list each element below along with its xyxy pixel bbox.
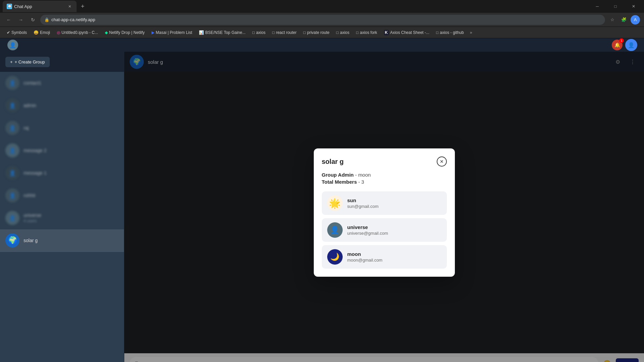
chat-item[interactable]: 👤 universe 4 users <box>0 207 124 229</box>
bookmark-masai[interactable]: ▶ Masai | Problem List <box>149 29 195 36</box>
group-admin-line: Group Admin - moon <box>322 172 447 178</box>
forward-button[interactable]: → <box>16 15 26 25</box>
notification-icon[interactable]: 🔔 1 <box>612 40 622 50</box>
chat-name: contact1 <box>24 80 119 86</box>
avatar: 👤 <box>5 98 19 112</box>
bookmark-symbols[interactable]: ✔ Symbols <box>4 29 30 36</box>
tab-bar: 💬 Chat App ✕ + ─ □ ✕ <box>0 0 644 13</box>
notification-badge: 1 <box>619 38 624 43</box>
app-topbar: 👤 🔔 1 👤 <box>0 38 644 52</box>
member-info: sun sun@gmail.com <box>347 197 441 209</box>
chat-item[interactable]: 👤 contact1 <box>0 72 124 94</box>
topbar-right: 🔔 1 👤 <box>612 39 637 51</box>
bookmark-axios1[interactable]: □ axios <box>250 29 268 36</box>
bookmark-axios-github[interactable]: □ axios - github <box>433 29 467 36</box>
chat-main-wrapper: 🌍 solar g ⚙ ⋮ 💬 Start Chatting! � <box>124 52 644 362</box>
chat-name: universe <box>24 213 119 218</box>
chat-item[interactable]: 👤 admin <box>0 94 124 117</box>
bookmark-label: Symbols <box>11 30 27 35</box>
bookmark-axios-cheatsheet[interactable]: K Axios Cheat Sheet -... <box>381 29 432 37</box>
chat-item[interactable]: 👤 rohhit <box>0 184 124 207</box>
modal-close-button[interactable]: ✕ <box>437 156 447 167</box>
member-info: universe universe@gmail.com <box>347 224 441 236</box>
bookmark-label: Untitled0.ipynb - C... <box>61 30 98 35</box>
create-group-label: + Create Group <box>15 59 45 64</box>
avatar: 👤 <box>5 166 19 180</box>
bookmark-axios-fork[interactable]: □ axios fork <box>353 29 380 36</box>
user-avatar[interactable]: 👤 <box>625 39 637 51</box>
bookmark-private-route[interactable]: □ private route <box>301 29 332 36</box>
bookmark-label: react router <box>276 30 296 35</box>
avatar: 👤 <box>5 211 19 225</box>
bookmark-favicon: □ <box>336 30 339 35</box>
bookmark-emoji[interactable]: 😀 Emoji <box>31 29 53 36</box>
bookmark-favicon: □ <box>252 30 255 35</box>
chat-item[interactable]: 👤 raj <box>0 117 124 139</box>
back-button[interactable]: ← <box>4 15 13 25</box>
chat-name: message 1 <box>24 170 119 176</box>
bookmark-favicon: □ <box>303 30 306 35</box>
refresh-button[interactable]: ↻ <box>28 15 38 25</box>
bookmark-favicon: □ <box>436 30 438 35</box>
bookmark-favicon: ✔ <box>7 30 10 35</box>
avatar: 👤 <box>5 143 19 157</box>
modal-meta: Group Admin - moon Total Members - 3 <box>322 172 447 185</box>
group-admin-value: moon <box>358 172 371 178</box>
bookmarks-more[interactable]: » <box>468 29 474 36</box>
bookmark-label: Masai | Problem List <box>156 30 192 35</box>
member-list: 🌟 sun sun@gmail.com 👤 universe unive <box>322 191 447 269</box>
lock-icon: 🔒 <box>44 17 49 22</box>
bookmark-netlify[interactable]: ◆ Netlify Drop | Netlify <box>102 29 147 36</box>
avatar: 🌍 <box>5 233 19 247</box>
member-item-sun: 🌟 sun sun@gmail.com <box>322 191 447 215</box>
avatar: 👤 <box>5 121 19 135</box>
extensions-icon[interactable]: 🧩 <box>619 15 629 25</box>
create-group-button[interactable]: + + Create Group <box>5 57 50 67</box>
maximize-button[interactable]: □ <box>608 0 623 13</box>
bookmark-bse[interactable]: 📊 BSE/NSE Top Gaine... <box>196 29 248 36</box>
chat-app: + + Create Group 👤 contact1 👤 admin <box>0 52 644 362</box>
member-item-universe: 👤 universe universe@gmail.com <box>322 218 447 242</box>
chat-info: admin <box>24 103 119 108</box>
url-bar[interactable]: 🔒 chat-app-ca.netlify.app <box>40 15 605 25</box>
member-avatar-universe: 👤 <box>327 222 343 238</box>
chat-info: rohhit <box>24 193 119 198</box>
chat-list: 👤 contact1 👤 admin 👤 raj <box>0 72 124 362</box>
chat-info: solar g <box>24 238 119 243</box>
member-avatar-sun: 🌟 <box>327 195 343 211</box>
tab-right-controls: ─ □ ✕ <box>590 0 641 13</box>
modal-header: solar g ✕ <box>322 156 447 167</box>
bookmark-favicon: 📊 <box>199 30 204 35</box>
bookmark-favicon: ◆ <box>105 30 108 35</box>
member-email: moon@gmail.com <box>347 258 441 263</box>
group-admin-dash: - <box>355 172 358 178</box>
chat-item[interactable]: 👤 message 2 <box>0 139 124 162</box>
member-email: sun@gmail.com <box>347 204 441 209</box>
member-avatar-moon: 🌙 <box>327 249 343 265</box>
tab-title: Chat App <box>14 4 32 9</box>
minimize-button[interactable]: ─ <box>590 0 605 13</box>
sidebar-header: + + Create Group <box>0 52 124 72</box>
address-bar: ← → ↻ 🔒 chat-app-ca.netlify.app ☆ 🧩 A <box>0 13 644 27</box>
bookmark-favicon: 😀 <box>34 30 39 35</box>
group-info-modal: solar g ✕ Group Admin - moon Total Membe… <box>314 148 455 277</box>
profile-icon[interactable]: A <box>631 15 640 25</box>
close-window-button[interactable]: ✕ <box>626 0 641 13</box>
bookmarks-bar: ✔ Symbols 😀 Emoji ◎ Untitled0.ipynb - C.… <box>0 27 644 38</box>
bookmark-favicon: ▶ <box>152 30 155 35</box>
bookmark-label: Axios Cheat Sheet -... <box>390 30 429 35</box>
bookmark-untitled[interactable]: ◎ Untitled0.ipynb - C... <box>54 29 101 36</box>
chat-item[interactable]: 👤 message 1 <box>0 162 124 184</box>
bookmark-axios2[interactable]: □ axios <box>334 29 352 36</box>
close-tab-button[interactable]: ✕ <box>67 3 73 9</box>
new-tab-button[interactable]: + <box>78 2 87 11</box>
member-item-moon: 🌙 moon moon@gmail.com <box>322 245 447 269</box>
bookmark-label: BSE/NSE Top Gaine... <box>205 30 246 35</box>
bookmark-react-router[interactable]: □ react router <box>269 29 299 36</box>
chat-info: universe 4 users <box>24 213 119 223</box>
bookmark-favicon: □ <box>272 30 274 35</box>
bookmark-star-icon[interactable]: ☆ <box>608 15 617 25</box>
chat-name: admin <box>24 103 119 108</box>
chat-item-active[interactable]: 🌍 solar g <box>0 229 124 252</box>
browser-tab-active[interactable]: 💬 Chat App ✕ <box>3 1 77 12</box>
